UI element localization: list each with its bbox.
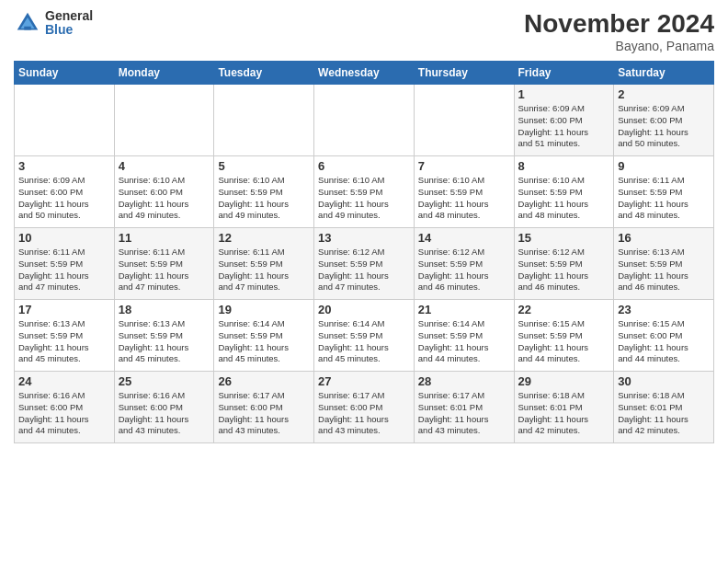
calendar-cell: 6Sunrise: 6:10 AM Sunset: 5:59 PM Daylig…	[314, 156, 415, 228]
day-info: Sunrise: 6:15 AM Sunset: 5:59 PM Dayligh…	[518, 318, 610, 365]
day-info: Sunrise: 6:10 AM Sunset: 5:59 PM Dayligh…	[318, 175, 410, 222]
calendar-subtitle: Bayano, Panama	[524, 39, 714, 53]
calendar-week-2: 10Sunrise: 6:11 AM Sunset: 5:59 PM Dayli…	[15, 228, 714, 300]
day-info: Sunrise: 6:13 AM Sunset: 5:59 PM Dayligh…	[618, 247, 710, 293]
title-block: November 2024 Bayano, Panama	[524, 9, 714, 53]
day-number: 28	[418, 374, 510, 388]
day-number: 19	[218, 303, 310, 316]
page: General Blue November 2024 Bayano, Panam…	[0, 0, 728, 563]
day-info: Sunrise: 6:15 AM Sunset: 6:00 PM Dayligh…	[618, 318, 710, 365]
calendar-cell: 17Sunrise: 6:13 AM Sunset: 5:59 PM Dayli…	[15, 300, 115, 372]
day-info: Sunrise: 6:18 AM Sunset: 6:01 PM Dayligh…	[518, 390, 610, 437]
day-info: Sunrise: 6:12 AM Sunset: 5:59 PM Dayligh…	[418, 247, 510, 293]
calendar-table: Sunday Monday Tuesday Wednesday Thursday…	[14, 61, 714, 443]
day-number: 20	[318, 303, 410, 316]
day-info: Sunrise: 6:09 AM Sunset: 6:00 PM Dayligh…	[18, 175, 110, 222]
calendar-cell: 22Sunrise: 6:15 AM Sunset: 5:59 PM Dayli…	[514, 300, 614, 372]
day-number: 21	[418, 303, 510, 316]
calendar-cell: 5Sunrise: 6:10 AM Sunset: 5:59 PM Daylig…	[214, 156, 314, 228]
logo-icon	[14, 9, 41, 37]
day-number: 6	[318, 159, 410, 173]
day-number: 1	[518, 87, 610, 101]
logo: General Blue	[14, 9, 93, 38]
day-info: Sunrise: 6:18 AM Sunset: 6:01 PM Dayligh…	[618, 390, 710, 437]
day-number: 30	[618, 374, 710, 388]
day-info: Sunrise: 6:10 AM Sunset: 5:59 PM Dayligh…	[418, 175, 510, 222]
calendar-cell: 10Sunrise: 6:11 AM Sunset: 5:59 PM Dayli…	[15, 228, 115, 300]
header-sunday: Sunday	[15, 62, 115, 85]
day-number: 25	[119, 374, 210, 388]
calendar-cell: 12Sunrise: 6:11 AM Sunset: 5:59 PM Dayli…	[214, 228, 314, 300]
calendar-cell: 9Sunrise: 6:11 AM Sunset: 5:59 PM Daylig…	[614, 156, 714, 228]
day-info: Sunrise: 6:16 AM Sunset: 6:00 PM Dayligh…	[18, 390, 110, 437]
header-wednesday: Wednesday	[314, 62, 415, 85]
day-number: 10	[18, 231, 110, 245]
day-number: 23	[618, 303, 710, 316]
header-tuesday: Tuesday	[214, 62, 314, 85]
calendar-cell: 8Sunrise: 6:10 AM Sunset: 5:59 PM Daylig…	[514, 156, 614, 228]
day-number: 18	[119, 303, 210, 316]
calendar-header: Sunday Monday Tuesday Wednesday Thursday…	[15, 62, 714, 85]
calendar-cell: 14Sunrise: 6:12 AM Sunset: 5:59 PM Dayli…	[414, 228, 514, 300]
header-saturday: Saturday	[614, 62, 714, 85]
day-number: 3	[18, 159, 110, 173]
calendar-week-0: 1Sunrise: 6:09 AM Sunset: 6:00 PM Daylig…	[15, 85, 714, 156]
day-info: Sunrise: 6:17 AM Sunset: 6:00 PM Dayligh…	[218, 390, 310, 437]
day-info: Sunrise: 6:11 AM Sunset: 5:59 PM Dayligh…	[218, 247, 310, 293]
calendar-cell	[114, 85, 214, 156]
calendar-cell: 15Sunrise: 6:12 AM Sunset: 5:59 PM Dayli…	[514, 228, 614, 300]
day-number: 5	[218, 159, 310, 173]
day-info: Sunrise: 6:12 AM Sunset: 5:59 PM Dayligh…	[518, 247, 610, 293]
day-info: Sunrise: 6:14 AM Sunset: 5:59 PM Dayligh…	[418, 318, 510, 365]
calendar-cell: 26Sunrise: 6:17 AM Sunset: 6:00 PM Dayli…	[214, 372, 314, 443]
logo-text: General Blue	[45, 9, 93, 38]
calendar-cell: 30Sunrise: 6:18 AM Sunset: 6:01 PM Dayli…	[614, 372, 714, 443]
day-number: 17	[18, 303, 110, 316]
day-number: 26	[218, 374, 310, 388]
day-number: 11	[119, 231, 210, 245]
header-row: Sunday Monday Tuesday Wednesday Thursday…	[15, 62, 714, 85]
day-number: 7	[418, 159, 510, 173]
svg-rect-2	[24, 27, 31, 30]
day-number: 15	[518, 231, 610, 245]
header-thursday: Thursday	[414, 62, 514, 85]
calendar-cell	[15, 85, 115, 156]
calendar-cell	[214, 85, 314, 156]
calendar-cell: 18Sunrise: 6:13 AM Sunset: 5:59 PM Dayli…	[114, 300, 214, 372]
day-number: 13	[318, 231, 410, 245]
header-friday: Friday	[514, 62, 614, 85]
logo-general-text: General	[45, 9, 93, 23]
day-info: Sunrise: 6:10 AM Sunset: 6:00 PM Dayligh…	[119, 175, 210, 222]
day-info: Sunrise: 6:13 AM Sunset: 5:59 PM Dayligh…	[119, 318, 210, 365]
calendar-cell: 25Sunrise: 6:16 AM Sunset: 6:00 PM Dayli…	[114, 372, 214, 443]
calendar-cell: 20Sunrise: 6:14 AM Sunset: 5:59 PM Dayli…	[314, 300, 415, 372]
calendar-cell: 4Sunrise: 6:10 AM Sunset: 6:00 PM Daylig…	[114, 156, 214, 228]
day-number: 12	[218, 231, 310, 245]
calendar-cell: 24Sunrise: 6:16 AM Sunset: 6:00 PM Dayli…	[15, 372, 115, 443]
calendar-week-4: 24Sunrise: 6:16 AM Sunset: 6:00 PM Dayli…	[15, 372, 714, 443]
calendar-title: November 2024	[524, 9, 714, 39]
day-info: Sunrise: 6:10 AM Sunset: 5:59 PM Dayligh…	[518, 175, 610, 222]
calendar-cell: 11Sunrise: 6:11 AM Sunset: 5:59 PM Dayli…	[114, 228, 214, 300]
day-number: 16	[618, 231, 710, 245]
day-number: 2	[618, 87, 710, 101]
day-number: 4	[119, 159, 210, 173]
calendar-cell: 29Sunrise: 6:18 AM Sunset: 6:01 PM Dayli…	[514, 372, 614, 443]
calendar-cell: 28Sunrise: 6:17 AM Sunset: 6:01 PM Dayli…	[414, 372, 514, 443]
day-info: Sunrise: 6:17 AM Sunset: 6:01 PM Dayligh…	[418, 390, 510, 437]
day-number: 24	[18, 374, 110, 388]
day-info: Sunrise: 6:11 AM Sunset: 5:59 PM Dayligh…	[119, 247, 210, 293]
calendar-week-3: 17Sunrise: 6:13 AM Sunset: 5:59 PM Dayli…	[15, 300, 714, 372]
calendar-cell: 1Sunrise: 6:09 AM Sunset: 6:00 PM Daylig…	[514, 85, 614, 156]
calendar-cell: 27Sunrise: 6:17 AM Sunset: 6:00 PM Dayli…	[314, 372, 415, 443]
day-number: 8	[518, 159, 610, 173]
logo-blue-text: Blue	[45, 23, 93, 37]
calendar-cell: 2Sunrise: 6:09 AM Sunset: 6:00 PM Daylig…	[614, 85, 714, 156]
calendar-cell: 13Sunrise: 6:12 AM Sunset: 5:59 PM Dayli…	[314, 228, 415, 300]
calendar-cell: 16Sunrise: 6:13 AM Sunset: 5:59 PM Dayli…	[614, 228, 714, 300]
day-number: 9	[618, 159, 710, 173]
day-info: Sunrise: 6:12 AM Sunset: 5:59 PM Dayligh…	[318, 247, 410, 293]
calendar-cell: 7Sunrise: 6:10 AM Sunset: 5:59 PM Daylig…	[414, 156, 514, 228]
calendar-cell: 21Sunrise: 6:14 AM Sunset: 5:59 PM Dayli…	[414, 300, 514, 372]
header-monday: Monday	[114, 62, 214, 85]
